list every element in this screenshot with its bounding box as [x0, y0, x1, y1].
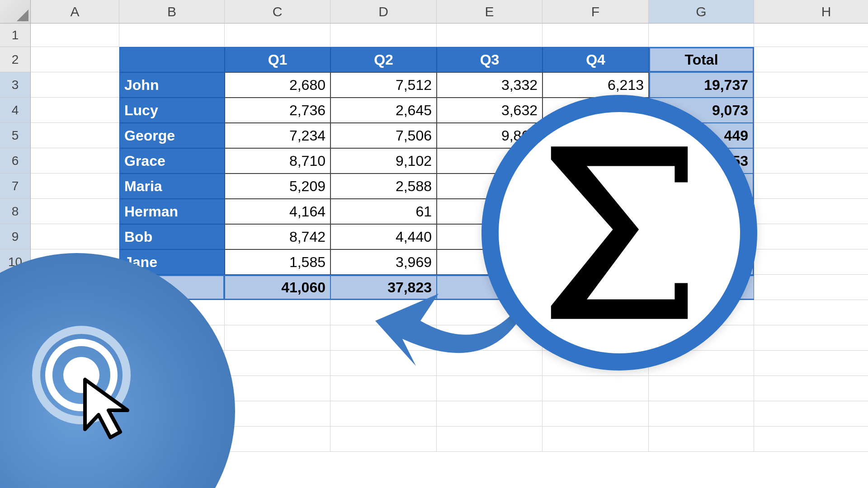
- name-cell[interactable]: Maria: [119, 174, 225, 199]
- cell-H16[interactable]: [754, 401, 868, 427]
- cell-E17[interactable]: [437, 427, 542, 452]
- data-cell[interactable]: 61: [330, 199, 437, 224]
- cell-A8[interactable]: [31, 199, 119, 224]
- name-cell[interactable]: John: [119, 72, 225, 98]
- cell-G16[interactable]: [649, 401, 754, 427]
- cell-F1[interactable]: [542, 23, 649, 47]
- cell-H3[interactable]: [754, 72, 868, 98]
- row-header-7[interactable]: 7: [0, 174, 31, 199]
- col-header-D[interactable]: D: [330, 0, 437, 23]
- cell-E1[interactable]: [437, 23, 542, 47]
- col-header-H[interactable]: H: [754, 0, 868, 23]
- cell-C12[interactable]: [225, 300, 330, 325]
- cell-A1[interactable]: [31, 23, 119, 47]
- data-cell[interactable]: 6,213: [542, 72, 649, 98]
- row-header-2[interactable]: 2: [0, 47, 31, 72]
- cell-H12[interactable]: [754, 300, 868, 325]
- table-header-Q1[interactable]: Q1: [225, 47, 330, 72]
- table-header-blank[interactable]: [119, 47, 225, 72]
- total-cell[interactable]: 41,060: [225, 275, 330, 300]
- data-cell[interactable]: 8,710: [225, 148, 330, 174]
- name-cell[interactable]: Bob: [119, 224, 225, 249]
- cell-A7[interactable]: [31, 174, 119, 199]
- data-cell[interactable]: 7,234: [225, 123, 330, 148]
- data-cell[interactable]: 3,332: [437, 72, 542, 98]
- cell-C15[interactable]: [225, 376, 330, 401]
- col-header-C[interactable]: C: [225, 0, 330, 23]
- sigma-icon: [538, 142, 701, 323]
- data-cell[interactable]: 2,588: [330, 174, 437, 199]
- column-headers: ABCDEFGH: [31, 0, 868, 23]
- table-header-Q4[interactable]: Q4: [542, 47, 649, 72]
- data-cell[interactable]: 2,680: [225, 72, 330, 98]
- row-header-8[interactable]: 8: [0, 199, 31, 224]
- table-header-Q2[interactable]: Q2: [330, 47, 437, 72]
- col-header-B[interactable]: B: [119, 0, 225, 23]
- cell-H1[interactable]: [754, 23, 868, 47]
- cell-H6[interactable]: [754, 148, 868, 174]
- col-header-G[interactable]: G: [649, 0, 754, 23]
- data-cell[interactable]: 5,209: [225, 174, 330, 199]
- cell-A3[interactable]: [31, 72, 119, 98]
- cell-B1[interactable]: [119, 23, 225, 47]
- row-header-3[interactable]: 3: [0, 72, 31, 98]
- data-cell[interactable]: 7,506: [330, 123, 437, 148]
- name-cell[interactable]: Grace: [119, 148, 225, 174]
- cell-H4[interactable]: [754, 98, 868, 123]
- cell-A6[interactable]: [31, 148, 119, 174]
- row-header-5[interactable]: 5: [0, 123, 31, 148]
- col-header-F[interactable]: F: [542, 0, 649, 23]
- data-cell[interactable]: 7,512: [330, 72, 437, 98]
- data-cell[interactable]: 2,645: [330, 98, 437, 123]
- cell-C13[interactable]: [225, 325, 330, 351]
- cell-C1[interactable]: [225, 23, 330, 47]
- data-cell[interactable]: 1,585: [225, 249, 330, 275]
- cell-C16[interactable]: [225, 401, 330, 427]
- sigma-badge: [481, 95, 757, 371]
- data-cell[interactable]: 19,737: [649, 72, 754, 98]
- cell-H14[interactable]: [754, 351, 868, 376]
- cell-H5[interactable]: [754, 123, 868, 148]
- col-header-A[interactable]: A: [31, 0, 119, 23]
- cell-H11[interactable]: [754, 275, 868, 300]
- data-cell[interactable]: 3,969: [330, 249, 437, 275]
- cell-H17[interactable]: [754, 427, 868, 452]
- cell-A5[interactable]: [31, 123, 119, 148]
- cell-D17[interactable]: [330, 427, 437, 452]
- cell-G15[interactable]: [649, 376, 754, 401]
- cell-H7[interactable]: [754, 174, 868, 199]
- cell-H2[interactable]: [754, 47, 868, 72]
- cell-H9[interactable]: [754, 224, 868, 249]
- col-header-E[interactable]: E: [437, 0, 542, 23]
- data-cell[interactable]: 2,736: [225, 98, 330, 123]
- row-headers: 1234567891011: [0, 23, 31, 300]
- cell-G1[interactable]: [649, 23, 754, 47]
- cell-H8[interactable]: [754, 199, 868, 224]
- row-header-6[interactable]: 6: [0, 148, 31, 174]
- name-cell[interactable]: Lucy: [119, 98, 225, 123]
- cell-A9[interactable]: [31, 224, 119, 249]
- cell-F17[interactable]: [542, 427, 649, 452]
- cell-H10[interactable]: [754, 249, 868, 275]
- data-cell[interactable]: 9,102: [330, 148, 437, 174]
- cell-C17[interactable]: [225, 427, 330, 452]
- cell-G17[interactable]: [649, 427, 754, 452]
- cell-A2[interactable]: [31, 47, 119, 72]
- data-cell[interactable]: 4,164: [225, 199, 330, 224]
- table-header-Total[interactable]: Total: [649, 47, 754, 72]
- cell-H15[interactable]: [754, 376, 868, 401]
- data-cell[interactable]: 3,632: [437, 98, 542, 123]
- data-cell[interactable]: 4,440: [330, 224, 437, 249]
- cell-C14[interactable]: [225, 351, 330, 376]
- select-all-corner[interactable]: [0, 0, 31, 23]
- name-cell[interactable]: George: [119, 123, 225, 148]
- table-header-Q3[interactable]: Q3: [437, 47, 542, 72]
- name-cell[interactable]: Herman: [119, 199, 225, 224]
- row-header-1[interactable]: 1: [0, 23, 31, 47]
- cell-H13[interactable]: [754, 325, 868, 351]
- row-header-4[interactable]: 4: [0, 98, 31, 123]
- data-cell[interactable]: 8,742: [225, 224, 330, 249]
- cell-A4[interactable]: [31, 98, 119, 123]
- cell-D1[interactable]: [330, 23, 437, 47]
- row-header-9[interactable]: 9: [0, 224, 31, 249]
